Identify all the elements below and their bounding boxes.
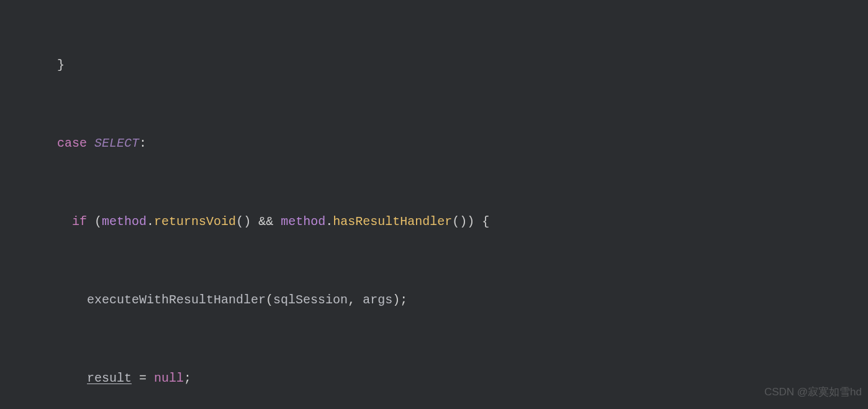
code-line[interactable]: }: [0, 52, 868, 78]
field-method: method: [102, 214, 147, 229]
op-andand: &&: [258, 214, 273, 229]
call-returnsVoid: returnsVoid: [154, 214, 236, 229]
code-line[interactable]: executeWithResultHandler(sqlSession, arg…: [0, 287, 868, 313]
keyword-case: case: [57, 136, 87, 150]
code-line[interactable]: case SELECT:: [0, 131, 868, 157]
code-line[interactable]: result = null;: [0, 365, 868, 392]
code-editor[interactable]: } case SELECT: if (method.returnsVoid() …: [0, 0, 868, 409]
call-executeWithResultHandler: executeWithResultHandler: [87, 293, 266, 307]
keyword-if: if: [72, 214, 87, 229]
code-line[interactable]: if (method.returnsVoid() && method.hasRe…: [0, 209, 868, 235]
keyword-null: null: [154, 371, 184, 385]
enum-select: SELECT: [94, 136, 139, 150]
var-args: args: [363, 293, 392, 307]
var-result: result: [87, 371, 132, 385]
var-sqlSession: sqlSession: [273, 293, 348, 307]
field-method: method: [281, 214, 325, 229]
call-hasResultHandler: hasResultHandler: [333, 214, 452, 229]
watermark: CSDN @寂寞如雪hd: [764, 379, 862, 405]
brace: }: [57, 58, 65, 72]
